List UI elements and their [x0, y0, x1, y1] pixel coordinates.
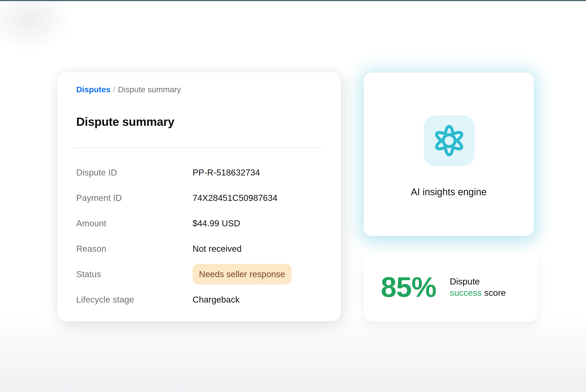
breadcrumb-disputes-link[interactable]: Disputes [76, 85, 110, 94]
breadcrumb-current: Dispute summary [118, 85, 181, 94]
top-border-strip [0, 0, 586, 1]
ai-card-title: AI insights engine [364, 186, 534, 198]
field-label: Dispute ID [76, 168, 193, 178]
dispute-score-card: 85% Dispute success score [363, 253, 538, 322]
page-title: Dispute summary [76, 114, 174, 129]
field-label: Payment ID [76, 193, 193, 203]
score-label-line1: Dispute [450, 276, 480, 286]
ai-insights-card: AI insights engine [363, 72, 534, 236]
field-value: 74X28451C50987634 [193, 193, 277, 203]
field-row-dispute-id: Dispute ID PP-R-518632734 [76, 160, 321, 185]
field-value: PP-R-518632734 [193, 168, 260, 178]
dispute-summary-card: Disputes/Dispute summary Dispute summary… [58, 72, 341, 321]
field-row-amount: Amount $44.99 USD [76, 210, 321, 236]
field-row-payment-id: Payment ID 74X28451C50987634 [76, 185, 321, 210]
background-gradient-bottom [0, 312, 586, 392]
field-label: Lifecycle stage [76, 294, 193, 305]
summary-fields: Dispute ID PP-R-518632734 Payment ID 74X… [76, 160, 321, 312]
field-value: Not received [193, 244, 242, 254]
field-row-reason: Reason Not received [76, 236, 321, 261]
field-value: Chargeback [193, 294, 240, 305]
field-row-lifecycle-stage: Lifecycle stage Chargeback [76, 287, 321, 312]
page: Disputes/Dispute summary Dispute summary… [0, 0, 586, 392]
field-label: Amount [76, 218, 193, 228]
gear-center-circle [443, 135, 455, 147]
field-value: $44.99 USD [193, 218, 240, 228]
field-row-status: Status Needs seller response [76, 261, 321, 287]
breadcrumb: Disputes/Dispute summary [76, 84, 181, 95]
score-label: Dispute success score [450, 276, 506, 298]
score-value: 85% [381, 273, 436, 301]
gear-icon-path [437, 126, 462, 155]
gear-icon [429, 121, 469, 160]
score-label-rest: score [484, 288, 506, 298]
breadcrumb-separator: / [113, 85, 115, 94]
status-badge: Needs seller response [193, 264, 292, 284]
title-divider [73, 148, 321, 148]
field-label: Reason [76, 244, 193, 254]
score-label-highlight: success [450, 288, 482, 298]
gear-icon-tile [424, 115, 475, 166]
field-label: Status [76, 269, 193, 279]
